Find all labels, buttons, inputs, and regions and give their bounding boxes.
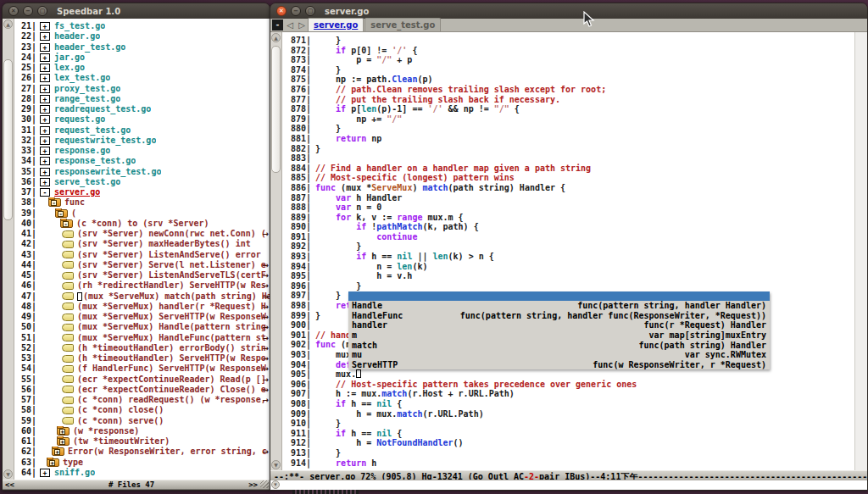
- speedbar-item-label[interactable]: (mux *ServeMux) ServeHTTP(w ResponseW: [77, 312, 266, 322]
- scroll-down-icon[interactable]: ▼: [271, 460, 281, 469]
- autocomplete-row[interactable]: HandleFuncfunc(pattern string, handler f…: [348, 311, 770, 321]
- speedbar-item[interactable]: 33|+response.go: [14, 146, 270, 156]
- autocomplete-row[interactable]: Handlefunc(pattern string, handler Handl…: [348, 301, 770, 311]
- speedbar-item-label[interactable]: (srv *Server) maxHeaderBytes() int: [77, 239, 251, 249]
- speedbar-item[interactable]: 39|-(: [14, 208, 270, 219]
- close-icon[interactable]: ✕: [8, 6, 19, 16]
- autocomplete-selected-row[interactable]: [348, 291, 770, 302]
- speedbar-item[interactable]: 41|(srv *Server) newConn(rwc net.Conn) (…: [14, 229, 270, 239]
- expand-box-icon[interactable]: +: [40, 178, 50, 186]
- speedbar-item[interactable]: 26|+lex_test.go: [14, 73, 270, 83]
- folder-open-icon[interactable]: -: [48, 198, 61, 207]
- tag-icon[interactable]: [62, 375, 74, 383]
- speedbar-item-label[interactable]: (mux *ServeMux) Handle(pattern string: [77, 322, 266, 332]
- tag-icon[interactable]: [62, 303, 74, 310]
- speedbar-item-label[interactable]: (c *conn) readRequest() (w *response,: [77, 395, 266, 405]
- speedbar-item-label[interactable]: (mux *ServeMux) HandleFunc(pattern st: [77, 333, 266, 343]
- speedbar-page-next[interactable]: >>: [248, 480, 258, 490]
- speedbar-item[interactable]: 40|-(c *conn) to (srv *Server): [14, 219, 270, 229]
- minibuffer[interactable]: ▼: [270, 480, 867, 490]
- resize-grip[interactable]: [260, 480, 269, 488]
- speedbar-item-label[interactable]: header_test.go: [54, 42, 125, 53]
- speedbar-item[interactable]: 22|+header.go: [14, 31, 270, 42]
- tag-icon[interactable]: [62, 272, 74, 280]
- expand-box-icon[interactable]: +: [40, 95, 50, 103]
- expand-box-icon[interactable]: +: [40, 64, 50, 72]
- speedbar-item[interactable]: 55|(ecr *expectContinueReader) Read(p []…: [14, 375, 270, 385]
- speedbar-item-label[interactable]: (f HandlerFunc) ServeHTTP(w ResponseW: [77, 364, 266, 374]
- expand-box-icon[interactable]: +: [40, 105, 50, 114]
- folder-closed-icon[interactable]: +: [47, 458, 59, 467]
- speedbar-item-label[interactable]: lex_test.go: [54, 73, 110, 83]
- tag-icon[interactable]: [62, 407, 74, 414]
- speedbar-item[interactable]: 36|+serve_test.go: [14, 177, 270, 187]
- autocomplete-row[interactable]: matchfunc(path string) Handler: [348, 341, 770, 351]
- speedbar-titlebar[interactable]: ✕ − ▢ Speedbar 1.0: [3, 3, 270, 19]
- speedbar-item[interactable]: 46|(rh *redirectHandler) ServeHTTP(w Res…: [14, 280, 270, 291]
- speedbar-item-label[interactable]: header.go: [54, 31, 100, 42]
- tag-icon[interactable]: [62, 365, 74, 373]
- speedbar-item-label[interactable]: (ecr *expectContinueReader) Close() e: [77, 385, 266, 395]
- speedbar-item[interactable]: 34|+response_test.go: [14, 156, 270, 166]
- tag-icon[interactable]: [62, 417, 74, 425]
- speedbar-item[interactable]: 21|+fs_test.go: [14, 21, 270, 31]
- expand-box-icon[interactable]: +: [40, 136, 50, 145]
- speedbar-item[interactable]: 44|(srv *Server) Serve(l net.Listener) e…: [14, 260, 270, 270]
- speedbar-item-label[interactable]: (h *timeoutHandler) errorBody() strin: [77, 343, 266, 353]
- speedbar-item-label[interactable]: request.go: [54, 114, 105, 125]
- speedbar-item[interactable]: 50|(mux *ServeMux) Handle(pattern string…: [14, 322, 270, 332]
- speedbar-item[interactable]: 52|(h *timeoutHandler) errorBody() strin…: [14, 343, 270, 353]
- expand-box-icon[interactable]: +: [40, 22, 50, 31]
- speedbar-item[interactable]: 59|(c *conn) serve(): [14, 416, 270, 426]
- scroll-thumb[interactable]: [3, 59, 13, 220]
- speedbar-item-label[interactable]: serve_test.go: [54, 177, 120, 187]
- collapse-box-icon[interactable]: -: [40, 188, 50, 197]
- close-icon[interactable]: ✕: [276, 6, 287, 16]
- speedbar-item[interactable]: 48|(mux *ServeMux) handler(r *Request) H…: [14, 302, 270, 312]
- tag-icon[interactable]: [62, 292, 74, 300]
- expand-box-icon[interactable]: +: [40, 147, 50, 155]
- speedbar-item[interactable]: 43|(srv *Server) ListenAndServe() error: [14, 250, 270, 260]
- speedbar-item-label[interactable]: (w *response): [73, 426, 139, 436]
- expand-box-icon[interactable]: +: [40, 74, 50, 82]
- speedbar-item-label[interactable]: readrequest_test.go: [54, 104, 151, 114]
- tag-icon[interactable]: [62, 282, 74, 290]
- speedbar-item-label[interactable]: responsewrite_test.go: [54, 167, 161, 177]
- speedbar-item-label[interactable]: (mux *ServeMux) match(path string) Ha: [83, 291, 270, 302]
- scroll-up-icon[interactable]: ▲: [271, 33, 281, 42]
- tag-icon[interactable]: [62, 314, 74, 321]
- speedbar-item-label[interactable]: (srv *Server) ListenAndServeTLS(certF: [77, 270, 266, 280]
- speedbar-item[interactable]: 64|+sniff.go: [14, 468, 270, 478]
- speedbar-item[interactable]: 23|+header_test.go: [14, 42, 270, 53]
- tab-next-icon[interactable]: ▷: [297, 19, 307, 31]
- speedbar-item[interactable]: 38|-func: [14, 197, 270, 208]
- speedbar-item[interactable]: 54|(f HandlerFunc) ServeHTTP(w ResponseW…: [14, 364, 270, 374]
- speedbar-item-label[interactable]: (rh *redirectHandler) ServeHTTP(w Res: [77, 280, 266, 291]
- speedbar-item-label[interactable]: type: [63, 458, 83, 468]
- speedbar-item[interactable]: 35|+responsewrite_test.go: [14, 167, 270, 177]
- speedbar-item[interactable]: 24|+jar.go: [14, 53, 270, 63]
- expand-box-icon[interactable]: +: [40, 157, 50, 165]
- speedbar-item[interactable]: 37|-server.go: [14, 187, 270, 197]
- tag-icon[interactable]: [62, 251, 74, 258]
- speedbar-item-label[interactable]: response_test.go: [54, 156, 136, 166]
- tag-icon[interactable]: [62, 230, 74, 238]
- speedbar-item-label[interactable]: server.go: [54, 187, 100, 197]
- speedbar-item[interactable]: 49|(mux *ServeMux) ServeHTTP(w ResponseW…: [14, 312, 270, 322]
- speedbar-item[interactable]: 63|+type: [14, 458, 270, 468]
- scroll-thumb[interactable]: [271, 46, 281, 173]
- scroll-up-icon[interactable]: ▲: [3, 19, 13, 29]
- speedbar-item[interactable]: 60|+(w *response): [14, 426, 270, 436]
- tag-icon[interactable]: [62, 386, 74, 393]
- speedbar-item-label[interactable]: (c *conn) close(): [77, 405, 164, 415]
- speedbar-item-label[interactable]: jar.go: [54, 53, 85, 63]
- expand-box-icon[interactable]: +: [40, 32, 50, 41]
- speedbar-item[interactable]: 47|(mux *ServeMux) match(path string) Ha…: [14, 291, 270, 302]
- speedbar-item[interactable]: 58|(c *conn) close(): [14, 405, 270, 415]
- speedbar-item-label[interactable]: (srv *Server) Serve(l net.Listener) e: [77, 260, 266, 270]
- tabbar-minimize-button[interactable]: -: [272, 19, 283, 31]
- code-editor-area[interactable]: ▲ ▼ 871| }872| if p[0] != '/' {873| p = …: [270, 32, 867, 470]
- folder-closed-icon[interactable]: +: [52, 447, 64, 456]
- tag-icon[interactable]: [62, 355, 74, 363]
- speedbar-item[interactable]: 45|(srv *Server) ListenAndServeTLS(certF…: [14, 270, 270, 280]
